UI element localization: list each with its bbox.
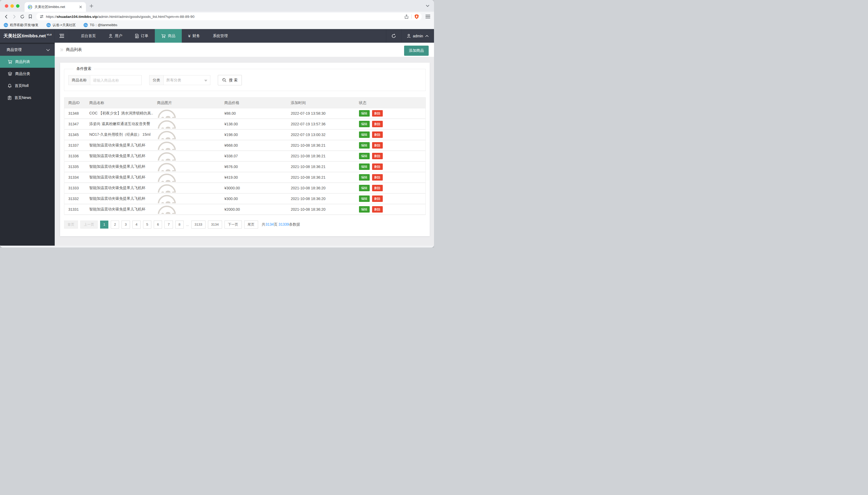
nav-item-orders[interactable]: 订单 [129, 29, 155, 43]
brave-shields-icon[interactable] [414, 14, 419, 19]
delete-button[interactable]: 删除 [372, 164, 383, 170]
nav-item-system[interactable]: 系统管理 [206, 29, 234, 43]
sidebar-item-label: 商品列表 [15, 59, 30, 64]
tm-favicon-icon: Tm [4, 23, 8, 27]
sidebar-group-goods-management[interactable]: 商品管理 [0, 44, 55, 56]
category-select[interactable]: 所有分类 [164, 75, 210, 85]
page-number-button[interactable]: 6 [154, 221, 162, 228]
app-logo[interactable]: 天美社区timibbs.netV1.0 [0, 29, 55, 43]
edit-button[interactable]: 编辑 [359, 121, 370, 127]
edit-button[interactable]: 编辑 [359, 110, 370, 117]
username: admin [413, 34, 423, 38]
page-number-button[interactable]: 3134 [208, 221, 222, 228]
page-last-button[interactable]: 尾页 [244, 221, 258, 228]
tab-search-chevron-icon[interactable] [425, 4, 430, 8]
zoom-window-button[interactable] [16, 4, 19, 8]
page-number-button[interactable]: 5 [143, 221, 151, 228]
page-prev-button[interactable]: 上一页 [80, 221, 98, 228]
sidebar-item-goods-categories[interactable]: 商品分类 [0, 68, 55, 80]
page-title: 商品列表 [66, 47, 82, 52]
sidebar-item-home-roll[interactable]: 首页Roll [0, 80, 55, 92]
status-cell: 编辑删除 [355, 151, 426, 161]
news-icon [8, 96, 12, 100]
search-button[interactable]: 搜 索 [218, 75, 242, 85]
page-number-button[interactable]: 4 [132, 221, 141, 228]
site-settings-icon[interactable] [39, 14, 44, 19]
edit-button[interactable]: 编辑 [359, 174, 370, 181]
goods-image-cell [153, 151, 220, 161]
add-goods-button[interactable]: 添加商品 [404, 46, 429, 56]
page-next-button[interactable]: 下一页 [224, 221, 242, 228]
delete-button[interactable]: 删除 [372, 174, 383, 181]
user-menu[interactable]: admin [401, 29, 434, 43]
page-number-button[interactable]: 7 [164, 221, 173, 228]
browser-tab[interactable]: 天美社区timibbs.net [24, 2, 86, 12]
nav-item-goods[interactable]: 商品 [155, 29, 182, 43]
back-icon[interactable] [2, 13, 10, 20]
user-icon [108, 34, 113, 38]
tab-close-icon[interactable] [79, 5, 83, 9]
table-row: 31348 COC 【初夜少女】滴水润滑锁精仿真... ¥88.00 2022-… [64, 108, 426, 119]
edit-button[interactable]: 编辑 [359, 132, 370, 138]
delete-button[interactable]: 删除 [372, 153, 383, 159]
goods-name-input[interactable] [90, 75, 142, 85]
divider [411, 14, 412, 19]
status-cell: 编辑删除 [355, 108, 426, 119]
share-icon[interactable] [404, 14, 408, 19]
new-tab-button[interactable] [89, 4, 94, 8]
nav-label: 订单 [141, 34, 148, 38]
minimize-window-button[interactable] [11, 4, 14, 8]
nav-item-finance[interactable]: ¥ 财务 [182, 29, 206, 43]
sidebar-item-goods-list[interactable]: 商品列表 [0, 56, 55, 68]
search-fieldset: 条件搜索 商品名称 分类 所有分类 [64, 66, 426, 91]
edit-button[interactable]: 编辑 [359, 142, 370, 149]
edit-button[interactable]: 编辑 [359, 153, 370, 159]
delete-button[interactable]: 删除 [372, 121, 383, 127]
edit-button[interactable]: 编辑 [359, 206, 370, 212]
page-number-button[interactable]: 3133 [191, 221, 205, 228]
status-cell: 编辑删除 [355, 204, 426, 215]
forward-icon[interactable] [10, 13, 18, 20]
page-number-button[interactable]: 2 [111, 221, 119, 228]
bookmark-item[interactable]: Tm 认准->天美社区 [47, 23, 76, 28]
pagination-summary: 共3134页 31339条数据 [262, 222, 300, 227]
refresh-icon[interactable] [386, 29, 401, 43]
table-row: 31333 智能加温震动夹吸免提果儿飞机杯 ¥3000.00 2021-10-0… [64, 183, 426, 193]
goods-name: 添姿尚 逼真粉嫩双通道互动发音美臀 [85, 119, 153, 129]
status-cell: 编辑删除 [355, 183, 426, 193]
page-number-button[interactable]: 8 [176, 221, 184, 228]
sidebar-item-home-news[interactable]: 首页News [0, 92, 55, 104]
delete-button[interactable]: 删除 [372, 206, 383, 212]
edit-button[interactable]: 编辑 [359, 185, 370, 191]
nav-item-users[interactable]: 用户 [102, 29, 129, 43]
page-number-button[interactable]: 1 [100, 221, 108, 228]
page-first-button[interactable]: 首页 [64, 221, 78, 228]
bookmarks-bar: Tm 程序搭建/开发/修复 Tm 认准->天美社区 Tm TG：@tianmei… [0, 21, 434, 29]
select-caret-icon [204, 80, 207, 82]
tab-title: 天美社区timibbs.net [34, 4, 79, 9]
collapse-sidebar-icon[interactable] [55, 29, 69, 43]
broken-image-icon [157, 184, 179, 192]
url-bar[interactable]: https://shuadan104.timibbs.vip/admin.htm… [36, 13, 422, 20]
close-window-button[interactable] [5, 4, 8, 8]
url-text[interactable]: https://shuadan104.timibbs.vip/admin.htm… [46, 15, 404, 19]
browser-menu-icon[interactable] [424, 13, 431, 20]
delete-button[interactable]: 删除 [372, 185, 383, 191]
reload-icon[interactable] [18, 13, 26, 20]
nav-item-dashboard[interactable]: 后台首页 [74, 29, 102, 43]
bookmark-item[interactable]: Tm TG：@tianmeibbs [84, 23, 117, 28]
bookmark-icon[interactable] [26, 13, 34, 20]
bookmark-item[interactable]: Tm 程序搭建/开发/修复 [4, 23, 38, 28]
goods-price: ¥300.00 [220, 193, 287, 204]
page-number-button[interactable]: 3 [121, 221, 130, 228]
goods-price: ¥338.07 [220, 151, 287, 161]
delete-button[interactable]: 删除 [372, 110, 383, 117]
edit-button[interactable]: 编辑 [359, 164, 370, 170]
col-added-time: 添加时间 [287, 98, 355, 108]
edit-button[interactable]: 编辑 [359, 195, 370, 202]
traffic-lights [5, 4, 19, 8]
user-icon [407, 34, 411, 38]
delete-button[interactable]: 删除 [372, 132, 383, 138]
delete-button[interactable]: 删除 [372, 142, 383, 149]
delete-button[interactable]: 删除 [372, 195, 383, 202]
